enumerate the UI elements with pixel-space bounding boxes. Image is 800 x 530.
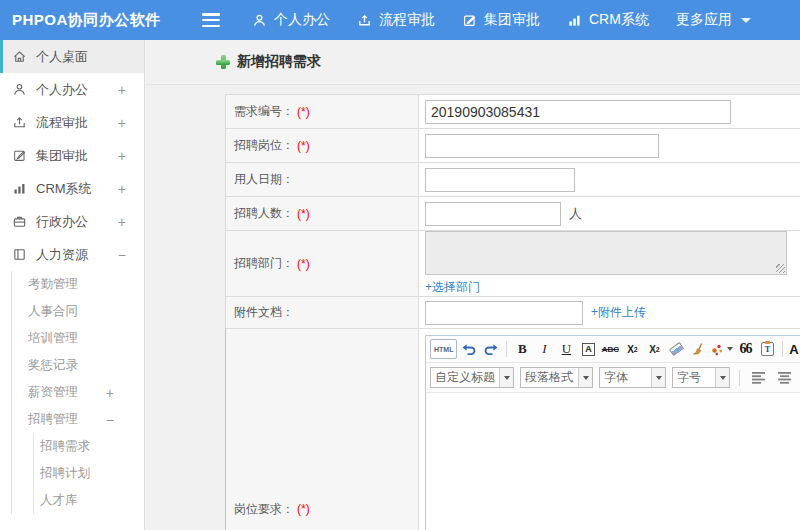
- sidebar-item-training[interactable]: 培训管理: [12, 325, 144, 352]
- expand-icon[interactable]: +: [118, 181, 126, 197]
- menu-toggle-icon[interactable]: [202, 13, 222, 27]
- sidebar-item-recruit-request[interactable]: 招聘需求: [34, 433, 144, 460]
- add-plus-icon: [216, 55, 230, 69]
- clip-letter: T: [764, 344, 770, 354]
- undo-button[interactable]: [459, 339, 479, 359]
- position-input[interactable]: [425, 134, 659, 158]
- broom-icon: [691, 342, 705, 356]
- paragraph-format-select[interactable]: 段落格式: [520, 367, 593, 388]
- sidebar-item-label: 考勤管理: [28, 276, 78, 293]
- sidebar-item-admin-office[interactable]: 行政办公 +: [0, 205, 144, 238]
- topnav-crm[interactable]: CRM系统: [567, 11, 649, 29]
- font-style-button[interactable]: A: [578, 339, 598, 359]
- form-row-headcount: 招聘人数： (*) 人: [226, 197, 800, 231]
- sidebar-item-workflow-approval[interactable]: 流程审批 +: [0, 106, 144, 139]
- paste-button[interactable]: T: [757, 339, 777, 359]
- app-window: PHPOA协同办公软件 个人办公 流程审批: [0, 0, 800, 530]
- caret-down-icon: [727, 347, 733, 351]
- expand-icon[interactable]: +: [118, 82, 126, 98]
- sidebar-item-label: 集团审批: [36, 147, 88, 165]
- form-row-position: 招聘岗位： (*): [226, 129, 800, 163]
- sidebar-item-human-resources[interactable]: 人力资源 −: [0, 238, 144, 271]
- collapse-icon[interactable]: −: [106, 412, 114, 428]
- unit-suffix: 人: [569, 205, 582, 223]
- sidebar-item-personal-office[interactable]: 个人办公 +: [0, 73, 144, 106]
- department-textarea[interactable]: [425, 231, 787, 275]
- sidebar-item-crm[interactable]: CRM系统 +: [0, 172, 144, 205]
- caret-down-icon: [578, 368, 592, 387]
- caret-down-icon: [651, 368, 665, 387]
- expand-icon[interactable]: +: [118, 148, 126, 164]
- sup-exp: 2: [634, 346, 638, 353]
- sidebar-item-attendance[interactable]: 考勤管理: [12, 271, 144, 298]
- align-left-button[interactable]: [749, 368, 769, 388]
- sidebar-item-personal-desktop[interactable]: 个人桌面: [0, 40, 144, 73]
- chart-icon: [12, 181, 27, 196]
- font-size-select[interactable]: 字号: [672, 367, 730, 388]
- expand-icon[interactable]: +: [118, 214, 126, 230]
- sidebar-item-salary[interactable]: 薪资管理 +: [12, 379, 144, 406]
- sidebar-item-label: 人事合同: [28, 303, 78, 320]
- sub-base: X: [649, 344, 656, 355]
- chart-icon: [567, 13, 582, 28]
- font-color-button[interactable]: A: [788, 339, 800, 359]
- sidebar-item-label: 流程审批: [36, 114, 88, 132]
- sup-base: X: [627, 344, 634, 355]
- field-label-text: 岗位要求：: [234, 501, 294, 518]
- request-number-input[interactable]: [425, 100, 731, 124]
- topnav-more-apps[interactable]: 更多应用: [676, 11, 751, 29]
- bold-button[interactable]: B: [512, 339, 532, 359]
- sub-idx: 2: [656, 346, 660, 353]
- sidebar-item-recruit-mgmt[interactable]: 招聘管理 −: [12, 406, 144, 433]
- sidebar-item-rewards[interactable]: 奖惩记录: [12, 352, 144, 379]
- sidebar-item-recruit-plan[interactable]: 招聘计划: [34, 460, 144, 487]
- sidebar-item-label: 奖惩记录: [28, 357, 78, 374]
- redo-button[interactable]: [481, 339, 501, 359]
- page-header: 新增招聘需求: [146, 40, 800, 85]
- font-family-select[interactable]: 字体: [599, 367, 666, 388]
- topnav-workflow-approval[interactable]: 流程审批: [357, 11, 435, 29]
- italic-button[interactable]: I: [534, 339, 554, 359]
- form-row-job-requirements: 岗位要求： (*) HTML: [226, 329, 800, 530]
- select-label: 自定义标题: [431, 369, 499, 386]
- underline-button[interactable]: U: [556, 339, 576, 359]
- collapse-icon[interactable]: −: [118, 247, 126, 263]
- upload-attachment-link[interactable]: +附件上传: [591, 304, 646, 321]
- superscript-button[interactable]: X2: [622, 339, 642, 359]
- field-label-text: 用人日期：: [234, 171, 294, 188]
- editor-toolbar-row1: HTML: [426, 336, 800, 363]
- editor-content-area[interactable]: [426, 393, 800, 530]
- sidebar-item-label: 培训管理: [28, 330, 78, 347]
- subscript-button[interactable]: X2: [644, 339, 664, 359]
- topnav-label: 集团审批: [484, 11, 540, 29]
- field-label: 用人日期：: [226, 163, 419, 196]
- expand-icon[interactable]: +: [106, 385, 114, 401]
- sidebar-item-talent-pool[interactable]: 人才库: [34, 487, 144, 514]
- required-mark: (*): [297, 105, 310, 119]
- strikethrough-button[interactable]: ABC: [600, 339, 620, 359]
- expand-icon[interactable]: +: [118, 115, 126, 131]
- recruit-submenu: 招聘需求 招聘计划 人才库: [33, 433, 144, 514]
- highlight-color-button[interactable]: [710, 339, 733, 359]
- format-painter-button[interactable]: [688, 339, 708, 359]
- html-source-button[interactable]: HTML: [430, 339, 457, 359]
- eraser-button[interactable]: [666, 339, 686, 359]
- topnav-group-approval[interactable]: 集团审批: [462, 11, 540, 29]
- sidebar-item-group-approval[interactable]: 集团审批 +: [0, 139, 144, 172]
- toolbar-separator: [782, 341, 783, 357]
- custom-title-select[interactable]: 自定义标题: [430, 367, 514, 388]
- topnav-personal-office[interactable]: 个人办公: [252, 11, 330, 29]
- field-label: 需求编号： (*): [226, 95, 419, 128]
- sidebar-item-hr-contract[interactable]: 人事合同: [12, 298, 144, 325]
- select-department-link[interactable]: +选择部门: [425, 279, 480, 296]
- headcount-input[interactable]: [425, 202, 561, 226]
- align-center-button[interactable]: [775, 368, 795, 388]
- blockquote-button[interactable]: 66: [735, 339, 755, 359]
- sidebar-item-label: 个人办公: [36, 81, 88, 99]
- attachment-input[interactable]: [425, 301, 583, 325]
- sidebar-item-label: 招聘管理: [28, 411, 78, 428]
- resize-grip-icon[interactable]: [776, 264, 785, 273]
- topnav-label: 流程审批: [379, 11, 435, 29]
- book-icon: [12, 247, 27, 262]
- hire-date-input[interactable]: [425, 168, 575, 192]
